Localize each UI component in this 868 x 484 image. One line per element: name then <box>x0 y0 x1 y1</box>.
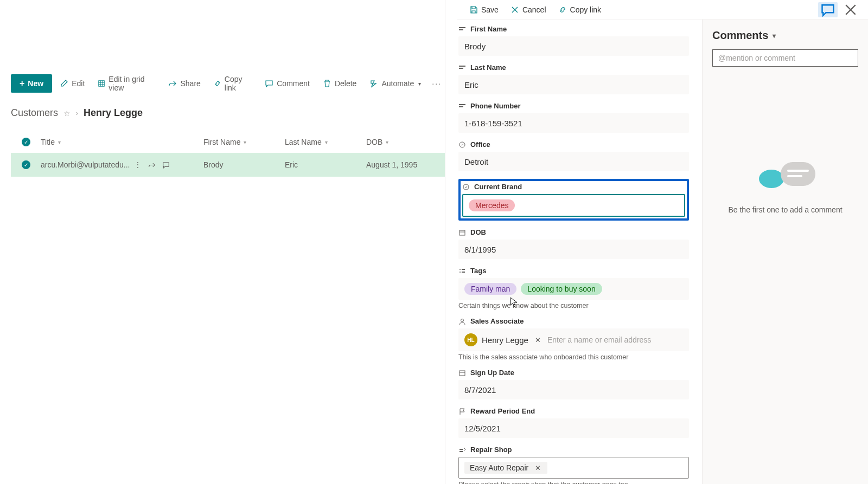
automate-button[interactable]: Automate▾ <box>364 75 426 92</box>
check-circle-icon: ✓ <box>22 160 30 169</box>
col-dob-label: DOB <box>366 138 382 146</box>
edit-grid-button[interactable]: Edit in grid view <box>92 70 161 96</box>
dob-value: 8/1/1995 <box>464 245 496 254</box>
phone-label: Phone Number <box>470 102 520 110</box>
panel-copy-link-label: Copy link <box>570 5 602 14</box>
row-share-icon[interactable] <box>148 160 156 170</box>
comment-button[interactable]: Comment <box>259 75 315 92</box>
comments-heading[interactable]: Comments ▾ <box>712 29 858 42</box>
chevron-down-icon: ▾ <box>244 139 246 145</box>
comments-empty-text: Be the first one to add a comment <box>712 205 858 214</box>
automate-label: Automate <box>381 79 414 88</box>
tags-help: Certain things we know about the custome… <box>458 302 689 309</box>
tags-input[interactable]: Family man Looking to buy soon <box>458 278 689 300</box>
comment-input[interactable] <box>712 49 858 67</box>
reward-input[interactable]: 12/5/2021 <box>458 418 689 438</box>
cancel-button[interactable]: Cancel <box>506 2 551 17</box>
svg-point-11 <box>459 142 465 147</box>
repair-help: Please select the repair shop that the c… <box>458 481 689 484</box>
breadcrumb-item: Henry Legge <box>84 107 143 119</box>
comment-label: Comment <box>277 79 310 88</box>
reward-value: 12/5/2021 <box>464 424 501 433</box>
person-chip[interactable]: HL Henry Legge ✕ <box>464 333 543 346</box>
remove-repair-icon[interactable]: ✕ <box>533 464 543 472</box>
text-icon <box>458 25 466 33</box>
last-name-value: Eric <box>464 80 478 89</box>
svg-rect-5 <box>459 27 465 28</box>
chevron-down-icon: ▾ <box>386 139 388 145</box>
office-value: Detroit <box>464 157 488 166</box>
field-sales-associate: Sales Associate HL Henry Legge ✕ Enter a… <box>458 317 689 361</box>
choice-icon <box>458 141 466 149</box>
row-select[interactable]: ✓ <box>11 160 41 169</box>
field-office: Office Detroit <box>458 140 689 171</box>
signup-input[interactable]: 8/7/2021 <box>458 380 689 399</box>
main-list-area: +New Edit Edit in grid view Share Copy l… <box>0 0 445 484</box>
comments-toggle-button[interactable] <box>818 2 838 17</box>
repair-input[interactable]: Easy Auto Repair ✕ <box>458 457 689 479</box>
table-row[interactable]: ✓ arcu.Morbi@vulputatedu... ⋮ Brody Eric… <box>11 153 445 177</box>
avatar: HL <box>464 333 477 346</box>
svg-rect-8 <box>459 68 463 69</box>
pencil-icon <box>60 79 68 88</box>
new-button[interactable]: +New <box>11 74 52 93</box>
svg-rect-7 <box>459 66 465 67</box>
col-last-name[interactable]: Last Name▾ <box>285 138 366 146</box>
brand-chip[interactable]: Mercedes <box>469 199 515 211</box>
star-icon[interactable]: ☆ <box>63 109 71 118</box>
col-dob[interactable]: DOB▾ <box>366 138 442 146</box>
select-all-header[interactable]: ✓ <box>11 138 41 146</box>
command-bar: +New Edit Edit in grid view Share Copy l… <box>11 70 445 96</box>
panel-copy-link-button[interactable]: Copy link <box>554 2 606 17</box>
svg-rect-18 <box>462 272 465 273</box>
plus-icon: + <box>20 79 24 88</box>
sales-input[interactable]: HL Henry Legge ✕ Enter a name or email a… <box>458 328 689 351</box>
svg-point-15 <box>459 269 461 270</box>
row-comment-icon[interactable] <box>162 160 170 170</box>
field-current-brand: Current Brand Mercedes <box>458 179 689 221</box>
close-icon <box>510 5 519 14</box>
phone-input[interactable]: 1-618-159-3521 <box>458 113 689 133</box>
last-name-input[interactable]: Eric <box>458 75 689 94</box>
svg-rect-13 <box>459 230 465 235</box>
row-more-icon[interactable]: ⋮ <box>134 160 142 170</box>
office-input[interactable]: Detroit <box>458 152 689 171</box>
repair-label: Repair Shop <box>470 446 512 454</box>
svg-rect-20 <box>459 371 465 376</box>
delete-button[interactable]: Delete <box>317 75 362 92</box>
share-button[interactable]: Share <box>163 75 206 92</box>
lookup-icon <box>458 446 466 454</box>
edit-button[interactable]: Edit <box>54 75 90 92</box>
save-label: Save <box>481 5 499 14</box>
save-icon <box>469 5 478 14</box>
choice-icon <box>462 183 470 191</box>
sales-placeholder: Enter a name or email address <box>547 335 651 344</box>
dob-input[interactable]: 8/1/1995 <box>458 240 689 259</box>
column-headers: ✓ Title▾ First Name▾ Last Name▾ DOB▾ <box>11 131 445 153</box>
tag-chip-0[interactable]: Family man <box>464 283 516 295</box>
trash-icon <box>323 79 331 88</box>
col-first-name[interactable]: First Name▾ <box>203 138 285 146</box>
svg-rect-6 <box>459 29 463 30</box>
copy-link-button[interactable]: Copy link <box>208 70 257 96</box>
field-last-name: Last Name Eric <box>458 63 689 94</box>
row-title: arcu.Morbi@vulputatedu... <box>41 160 130 169</box>
share-label: Share <box>180 79 200 88</box>
phone-value: 1-618-159-3521 <box>464 119 522 128</box>
flag-icon <box>458 408 466 415</box>
chevron-right-icon: › <box>76 109 78 117</box>
reward-label: Reward Period End <box>470 407 535 415</box>
comment-icon <box>265 79 273 88</box>
signup-label: Sign Up Date <box>470 369 514 377</box>
col-title[interactable]: Title▾ <box>41 138 203 146</box>
remove-person-icon[interactable]: ✕ <box>533 336 543 344</box>
tag-chip-1[interactable]: Looking to buy soon <box>521 283 602 295</box>
chevron-down-icon: ▾ <box>418 81 421 87</box>
close-panel-button[interactable] <box>841 2 860 17</box>
save-button[interactable]: Save <box>465 2 503 17</box>
more-button[interactable]: ··· <box>429 75 445 92</box>
brand-input[interactable]: Mercedes <box>462 194 685 217</box>
first-name-input[interactable]: Brody <box>458 36 689 56</box>
breadcrumb-list[interactable]: Customers <box>11 107 58 119</box>
repair-chip[interactable]: Easy Auto Repair ✕ <box>464 462 547 474</box>
